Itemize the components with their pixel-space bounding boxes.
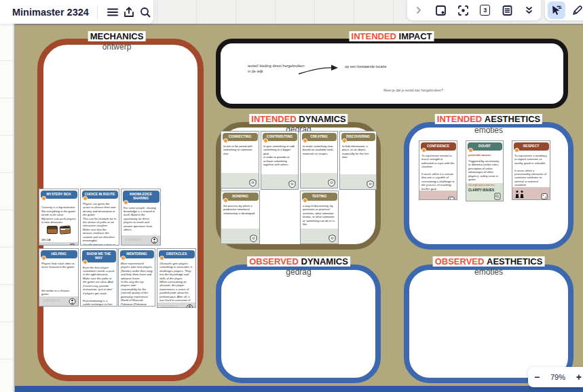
card-body: Obstacles give players something to over… [157, 260, 195, 302]
frame-observed-dynamics-subtitle: gedrag [286, 267, 311, 277]
card-number-badge [421, 148, 426, 153]
pointer-tools-toolbar [545, 0, 583, 20]
menu-button[interactable] [105, 2, 121, 22]
card-number-badge [124, 200, 128, 205]
card-body: a way of discovering, by questions or pr… [301, 202, 338, 229]
mechanics-card-show-me-the-way[interactable]: SHOW ME THE WAY Even the best player som… [80, 248, 117, 307]
shield-icon [328, 234, 336, 243]
card-body: Triggered by uncertainty or dilemma (unf… [466, 157, 503, 183]
dynamics-card-bonding[interactable]: BONDING the process by which a productiv… [221, 191, 260, 244]
mechanics-card-knowledge-sharing[interactable]: KNOWLEDGE SHARING For some people, shari… [121, 189, 161, 246]
mechanics-card-mystery-box[interactable]: MYSTERY BOX Curiosity is a big motivator… [39, 189, 79, 246]
card-title: HELPING [51, 252, 66, 256]
zoom-control: − 79% + [528, 367, 583, 387]
card-causes-label: potential causes: [466, 152, 503, 157]
zoom-level[interactable]: 79% [550, 373, 565, 381]
impact-arrow[interactable] [297, 62, 342, 77]
card-body: Players are given the space to choose th… [81, 200, 119, 246]
pen-tool-button[interactable] [568, 0, 583, 20]
printer-icon [69, 243, 76, 246]
collapse-chevron-icon [415, 6, 423, 14]
card-title: CHOICE IN ROUTE [85, 192, 115, 196]
more-tools-button[interactable] [519, 0, 540, 20]
card-body: to find information, a place, or an obje… [340, 142, 376, 174]
notes-button[interactable] [497, 0, 517, 20]
frame-title-text: DYNAMICS [299, 114, 345, 124]
focus-mode-button[interactable] [453, 0, 473, 20]
card-number-badge [159, 256, 164, 260]
impact-question[interactable]: Weet je dat je textiel kan hergebruiken? [383, 88, 443, 92]
frame-observed-aesthetics[interactable] [404, 264, 573, 383]
magnifier-doc-icon [494, 193, 501, 200]
zoom-in-button[interactable]: + [576, 372, 582, 383]
shield-icon [288, 180, 296, 189]
select-tool-button[interactable] [548, 1, 565, 19]
focus-icon [457, 5, 469, 16]
more-chevrons-icon [525, 5, 533, 15]
card-note: You might want to look into: [468, 184, 495, 187]
mechanics-card-mentoring[interactable]: MENTORING More experienced players take … [118, 248, 155, 307]
example-label: EXAMPLE [43, 299, 60, 302]
frame-mechanics-subtitle: ontwerp [102, 42, 132, 52]
top-left-toolbar: Minimaster 2324 [0, 0, 153, 24]
card-tag: CLARITY ISSUES [468, 189, 494, 192]
pages-icon: 3 [480, 5, 490, 16]
frame-title-text: IMPACT [399, 31, 432, 41]
frame-observed-dynamics-title[interactable]: OBSERVED DYNAMICS [247, 256, 350, 267]
aesthetics-card-confidence[interactable]: CONFIDENCE To experience mental or moral… [419, 140, 457, 200]
people-figures-icon [514, 190, 525, 199]
frame-mechanics-title[interactable]: MECHANICS [88, 31, 146, 41]
dynamics-card-connecting[interactable]: CONNECTING to join or be joined with som… [221, 131, 259, 189]
card-example: World of Warcraft Pokemon (Pokemon verza… [119, 298, 155, 307]
impact-note-right[interactable]: op een bestaande locatie [345, 64, 386, 69]
board-title[interactable]: Minimaster 2324 [12, 7, 89, 18]
frame-icon [435, 5, 447, 16]
card-title: RESPECT [523, 144, 540, 148]
card-title: OBSTACLES [166, 252, 187, 256]
aesthetics-card-doubt[interactable]: DOUBT potential causes: Triggered by unc… [466, 140, 504, 201]
frame-title-accent: INTENDED [352, 31, 396, 41]
pen-tool-icon [571, 5, 583, 16]
frame-title-accent: INTENDED [437, 114, 482, 124]
frame-title-accent: OBSERVED [435, 256, 485, 267]
card-number-badge [41, 196, 46, 201]
zoom-out-button[interactable]: − [534, 372, 540, 383]
card-body: to join or be joined with something or s… [221, 142, 259, 173]
frame-observed-dynamics[interactable] [216, 264, 381, 383]
dynamics-card-testing[interactable]: TESTING a way of discovering, by questio… [300, 191, 339, 244]
card-body: to make something new, based on availabl… [301, 142, 337, 173]
search-icon [139, 6, 151, 18]
shield-icon [250, 234, 257, 243]
card-number-badge [514, 148, 519, 153]
dynamics-card-discovering[interactable]: DISCOVERING to find information, a place… [339, 131, 377, 190]
person-icon [151, 237, 158, 244]
card-number-badge [223, 138, 228, 143]
frame-intended-dynamics-title[interactable]: INTENDED DYNAMICS [249, 114, 347, 124]
frame-title-accent: INTENDED [251, 114, 296, 124]
aesthetics-card-respect[interactable]: RESPECT To experience a tendency to rega… [512, 140, 550, 200]
treasure-chest-illustration [41, 226, 76, 234]
card-body: For some people, sharing knowledge is a … [121, 204, 160, 236]
dynamics-card-creating[interactable]: CREATING to make something new, based on… [300, 131, 338, 189]
search-button[interactable] [137, 2, 153, 22]
card-body: Even the best player sometimes needs a p… [81, 264, 117, 307]
pages-button[interactable]: 3 [475, 0, 495, 20]
frame-observed-aesthetics-title[interactable]: OBSERVED AESTHETICS [433, 256, 545, 267]
export-button[interactable] [121, 2, 137, 22]
wheel-icon [186, 304, 193, 308]
frame-intended-aesthetics-title[interactable]: INTENDED AESTHETICS [435, 114, 542, 124]
example-label: EXAMPLE [43, 245, 60, 246]
offscreen-frame-edge [15, 386, 583, 392]
shield-icon [249, 178, 257, 187]
page-number: 3 [483, 7, 487, 14]
selected-tool-highlight [548, 1, 565, 19]
mechanics-card-helping[interactable]: HELPING Players help each other to move … [39, 248, 79, 307]
card-title: SHOW ME THE WAY [87, 252, 111, 260]
mechanics-card-obstacles[interactable]: OBSTACLES Obstacles give players somethi… [157, 248, 196, 308]
frame-title-text: DYNAMICS [301, 256, 348, 267]
dynamics-card-contributing[interactable]: CONTRIBUTING to give something or add so… [261, 131, 299, 190]
collapse-toolbar-button[interactable] [409, 0, 429, 20]
mechanics-card-choice-in-route[interactable]: CHOICE IN ROUTE Players are given the sp… [80, 189, 119, 246]
frame-tool-button[interactable] [431, 0, 451, 20]
frame-impact-title[interactable]: INTENDED IMPACT [350, 31, 434, 41]
